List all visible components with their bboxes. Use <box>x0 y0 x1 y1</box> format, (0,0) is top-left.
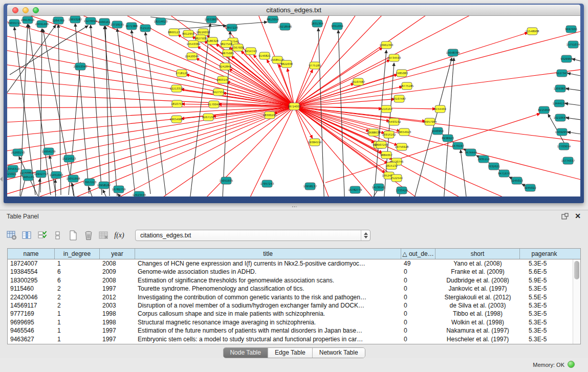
graph-node[interactable]: 15214323 <box>62 155 76 162</box>
graph-node[interactable]: 9245022 <box>524 184 536 191</box>
graph-node[interactable]: 20053346 <box>74 63 88 70</box>
graph-node[interactable]: 16543382 <box>187 40 201 48</box>
graph-node[interactable]: 15751074 <box>567 41 580 48</box>
close-window-button[interactable] <box>12 7 18 13</box>
graph-node[interactable]: 9671388 <box>125 23 138 30</box>
panel-divider[interactable] <box>0 203 588 210</box>
graph-node[interactable]: 15954139 <box>42 148 56 155</box>
network-select-dropdown[interactable]: citations_edges.txt <box>135 230 371 241</box>
graph-node[interactable]: 18300295 <box>263 112 277 119</box>
graph-node[interactable]: 15692951 <box>555 128 569 136</box>
graph-node[interactable]: 8215958 <box>538 106 550 114</box>
graph-node[interactable]: 19384554 <box>308 139 322 146</box>
graph-node[interactable]: 16774337 <box>561 157 575 164</box>
graph-node[interactable]: 1831304 <box>311 20 323 27</box>
graph-node[interactable]: 25260150 <box>11 149 26 156</box>
graph-node[interactable]: 7632621 <box>488 163 500 170</box>
divider-grip-icon[interactable] <box>292 206 297 208</box>
graph-node[interactable]: 17957223 <box>83 179 97 186</box>
graph-node[interactable]: 8912956 <box>182 30 194 37</box>
graph-node[interactable]: 8454743 <box>245 48 257 55</box>
graph-node[interactable]: 12942757 <box>34 170 48 178</box>
graph-node[interactable]: 16916162 <box>382 131 396 138</box>
graph-node[interactable]: 2367608 <box>232 44 244 51</box>
graph-node[interactable]: 16210643 <box>554 114 568 121</box>
graph-node[interactable]: 15051958 <box>67 175 81 182</box>
table-row[interactable]: 2242004622012Investigating the contribut… <box>8 293 573 301</box>
graph-node[interactable]: 18214623 <box>154 18 168 25</box>
close-panel-icon[interactable]: ✕ <box>575 212 581 220</box>
graph-node[interactable]: 10958187 <box>97 182 111 189</box>
graph-node[interactable]: 2264769 <box>52 17 64 24</box>
graph-node[interactable]: 1733426 <box>396 187 408 194</box>
graph-node[interactable]: 9170046 <box>208 101 220 108</box>
graph-node[interactable]: 17703654 <box>557 143 572 150</box>
float-window-icon[interactable] <box>561 213 569 220</box>
graph-node[interactable]: 2718120 <box>176 70 188 77</box>
column-header-year[interactable]: year <box>100 249 135 259</box>
graph-node[interactable]: 7857224 <box>226 24 238 31</box>
graph-node[interactable]: 15276022 <box>84 17 98 25</box>
graph-node[interactable]: 9242848 <box>219 63 231 70</box>
graph-node[interactable]: 9227343 <box>556 70 568 77</box>
side-panel-collapse-icon[interactable] <box>0 177 3 182</box>
graph-node[interactable]: 19734593 <box>387 54 401 61</box>
graph-node[interactable]: 16107487 <box>352 78 365 85</box>
graph-node[interactable]: 5905135 <box>22 173 34 181</box>
graph-node[interactable]: 20913616 <box>21 16 35 24</box>
graph-node[interactable]: 7515155 <box>139 25 151 32</box>
graph-node[interactable]: 9697936 <box>565 26 577 33</box>
graph-node[interactable]: 12093832 <box>554 85 568 92</box>
column-header-in_degree[interactable]: in_degree <box>55 249 100 259</box>
table-settings-icon[interactable] <box>4 228 19 243</box>
graph-node[interactable]: 8186328 <box>206 37 219 45</box>
graph-node[interactable]: 1815132 <box>385 162 398 169</box>
table-row[interactable]: 1938455462009Genome-wide association stu… <box>8 268 573 276</box>
graph-node[interactable]: 9329966 <box>560 55 573 62</box>
select-all-rows-icon[interactable] <box>35 228 50 243</box>
graph-node[interactable]: 10688639 <box>367 129 381 136</box>
graph-node[interactable]: 12923446 <box>133 191 147 196</box>
trash-icon[interactable] <box>81 228 96 243</box>
graph-node[interactable]: 9154469 <box>434 105 446 113</box>
graph-node[interactable]: 15493192 <box>387 118 401 125</box>
column-header-name[interactable]: name <box>8 249 55 259</box>
graph-node[interactable]: 12213319 <box>170 85 184 92</box>
graph-node[interactable]: 9875685 <box>222 50 234 57</box>
graph-node[interactable]: 16033809 <box>205 16 219 23</box>
graph-node[interactable]: 16782759 <box>112 186 126 193</box>
graph-node[interactable]: 15051935 <box>220 177 233 184</box>
graph-node-hub[interactable]: 18724007 <box>288 103 301 110</box>
graph-node[interactable]: 8860123 <box>168 29 180 36</box>
graph-node[interactable]: 11451943 <box>50 171 63 179</box>
graph-node[interactable]: 9146821 <box>258 52 271 59</box>
table-row[interactable]: 977716911998Corpus callosum shape and si… <box>8 310 573 318</box>
column-header-short[interactable]: short <box>435 249 520 259</box>
graph-node[interactable]: 8471676 <box>498 170 510 177</box>
graph-node[interactable]: 10107487 <box>393 95 406 102</box>
graph-node[interactable]: 9884067 <box>380 151 393 159</box>
graph-node[interactable]: 11548908 <box>526 28 540 35</box>
graph-node[interactable]: 6479197 <box>452 142 464 149</box>
graph-node[interactable]: 10958137 <box>303 183 317 190</box>
graph-node[interactable]: 14136141 <box>372 184 386 191</box>
table-column-icon[interactable] <box>19 228 35 243</box>
scrollbar-thumb[interactable] <box>574 261 579 279</box>
graph-node[interactable]: 9775185 <box>309 62 321 69</box>
graph-node[interactable]: 19356319 <box>7 165 19 172</box>
graph-node[interactable]: 8427552 <box>212 89 225 96</box>
graph-node[interactable]: 9245013 <box>511 177 523 184</box>
column-header-pagerank[interactable]: pagerank <box>520 249 569 259</box>
graph-node[interactable]: 10961393 <box>380 41 394 49</box>
graph-node[interactable]: 9827548 <box>220 40 232 48</box>
minimize-window-button[interactable] <box>23 7 29 13</box>
table-row[interactable]: 1830029562008Estimation of significance … <box>8 276 573 285</box>
graph-node[interactable]: 2522544 <box>390 174 403 182</box>
tab-network-table[interactable]: Network Table <box>313 348 365 358</box>
graph-node[interactable]: 1640954 <box>431 127 444 135</box>
zoom-window-button[interactable] <box>33 7 39 13</box>
network-canvas[interactable]: 1405572420913616206914062264769106532871… <box>7 16 580 196</box>
graph-node[interactable]: 18907249 <box>375 141 388 148</box>
graph-node[interactable]: 16782779 <box>349 186 362 193</box>
new-file-icon[interactable] <box>66 228 81 243</box>
